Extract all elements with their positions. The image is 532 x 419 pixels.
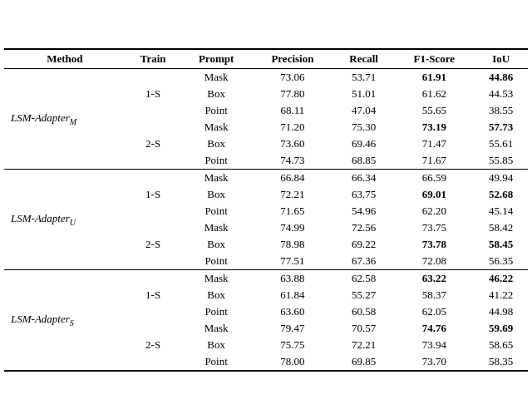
iou-value: 55.85 [474, 152, 528, 170]
method-cell: LSM-AdapterM [4, 68, 126, 169]
prompt-cell: Point [181, 203, 252, 219]
iou-value: 55.61 [474, 136, 528, 152]
f1-value: 73.75 [394, 219, 474, 236]
prompt-cell: Point [181, 152, 252, 170]
train-cell: 2-S [126, 320, 181, 371]
iou-value: 41.22 [474, 287, 528, 303]
precision-value: 79.47 [252, 320, 334, 337]
col-prompt: Prompt [181, 49, 252, 69]
results-table: Method Train Prompt Precision Recall F1-… [4, 48, 528, 372]
recall-value: 54.96 [333, 203, 394, 219]
recall-value: 69.22 [333, 236, 394, 253]
recall-value: 72.56 [333, 219, 394, 236]
col-train: Train [126, 49, 181, 69]
recall-value: 47.04 [333, 102, 394, 119]
precision-value: 71.65 [252, 203, 334, 219]
col-f1: F1-Score [394, 49, 474, 69]
precision-value: 72.21 [252, 186, 334, 203]
f1-value: 73.70 [394, 353, 474, 371]
prompt-cell: Box [181, 287, 252, 303]
precision-value: 63.60 [252, 303, 334, 320]
iou-value: 57.73 [474, 119, 528, 136]
recall-value: 69.46 [333, 136, 394, 152]
precision-value: 71.20 [252, 119, 334, 136]
method-cell: LSM-AdapterU [4, 169, 126, 269]
iou-value: 58.65 [474, 337, 528, 353]
f1-value: 58.37 [394, 287, 474, 303]
table-wrapper: Method Train Prompt Precision Recall F1-… [4, 48, 528, 372]
precision-value: 78.98 [252, 236, 334, 253]
method-cell: LSM-AdapterS [4, 269, 126, 371]
f1-value: 73.19 [394, 119, 474, 136]
iou-value: 58.42 [474, 219, 528, 236]
recall-value: 63.75 [333, 186, 394, 203]
f1-value: 73.94 [394, 337, 474, 353]
precision-value: 77.80 [252, 86, 334, 102]
precision-value: 74.99 [252, 219, 334, 236]
prompt-cell: Point [181, 303, 252, 320]
precision-value: 73.60 [252, 136, 334, 152]
prompt-cell: Mask [181, 169, 252, 186]
f1-value: 69.01 [394, 186, 474, 203]
prompt-cell: Box [181, 136, 252, 152]
train-cell: 2-S [126, 119, 181, 170]
precision-value: 75.75 [252, 337, 334, 353]
col-precision: Precision [252, 49, 334, 69]
col-recall: Recall [333, 49, 394, 69]
iou-value: 44.86 [474, 68, 528, 86]
precision-value: 61.84 [252, 287, 334, 303]
prompt-cell: Box [181, 337, 252, 353]
prompt-cell: Point [181, 102, 252, 119]
precision-value: 77.51 [252, 253, 334, 270]
f1-value: 71.47 [394, 136, 474, 152]
iou-value: 38.55 [474, 102, 528, 119]
recall-value: 55.27 [333, 287, 394, 303]
iou-value: 46.22 [474, 269, 528, 287]
recall-value: 60.58 [333, 303, 394, 320]
f1-value: 73.78 [394, 236, 474, 253]
recall-value: 62.58 [333, 269, 394, 287]
precision-value: 73.06 [252, 68, 334, 86]
prompt-cell: Mask [181, 119, 252, 136]
prompt-cell: Box [181, 86, 252, 102]
iou-value: 45.14 [474, 203, 528, 219]
col-method: Method [4, 49, 126, 69]
f1-value: 71.67 [394, 152, 474, 170]
iou-value: 58.45 [474, 236, 528, 253]
f1-value: 62.20 [394, 203, 474, 219]
recall-value: 67.36 [333, 253, 394, 270]
f1-value: 63.22 [394, 269, 474, 287]
iou-value: 56.35 [474, 253, 528, 270]
prompt-cell: Point [181, 253, 252, 270]
precision-value: 66.84 [252, 169, 334, 186]
f1-value: 74.76 [394, 320, 474, 337]
recall-value: 70.57 [333, 320, 394, 337]
recall-value: 53.71 [333, 68, 394, 86]
recall-value: 51.01 [333, 86, 394, 102]
prompt-cell: Mask [181, 320, 252, 337]
table-row: LSM-AdapterU1-SMask66.8466.3466.5949.94 [4, 169, 528, 186]
precision-value: 74.73 [252, 152, 334, 170]
f1-value: 72.08 [394, 253, 474, 270]
prompt-cell: Box [181, 236, 252, 253]
prompt-cell: Mask [181, 68, 252, 86]
recall-value: 66.34 [333, 169, 394, 186]
table-row: LSM-AdapterM1-SMask73.0653.7161.9144.86 [4, 68, 528, 86]
recall-value: 72.21 [333, 337, 394, 353]
prompt-cell: Mask [181, 219, 252, 236]
iou-value: 44.98 [474, 303, 528, 320]
header-row: Method Train Prompt Precision Recall F1-… [4, 49, 528, 69]
recall-value: 75.30 [333, 119, 394, 136]
precision-value: 68.11 [252, 102, 334, 119]
recall-value: 69.85 [333, 353, 394, 371]
train-cell: 2-S [126, 219, 181, 270]
iou-value: 49.94 [474, 169, 528, 186]
col-iou: IoU [474, 49, 528, 69]
precision-value: 78.00 [252, 353, 334, 371]
recall-value: 68.85 [333, 152, 394, 170]
iou-value: 52.68 [474, 186, 528, 203]
f1-value: 55.65 [394, 102, 474, 119]
f1-value: 62.05 [394, 303, 474, 320]
iou-value: 59.69 [474, 320, 528, 337]
table-row: LSM-AdapterS1-SMask63.8862.5863.2246.22 [4, 269, 528, 287]
